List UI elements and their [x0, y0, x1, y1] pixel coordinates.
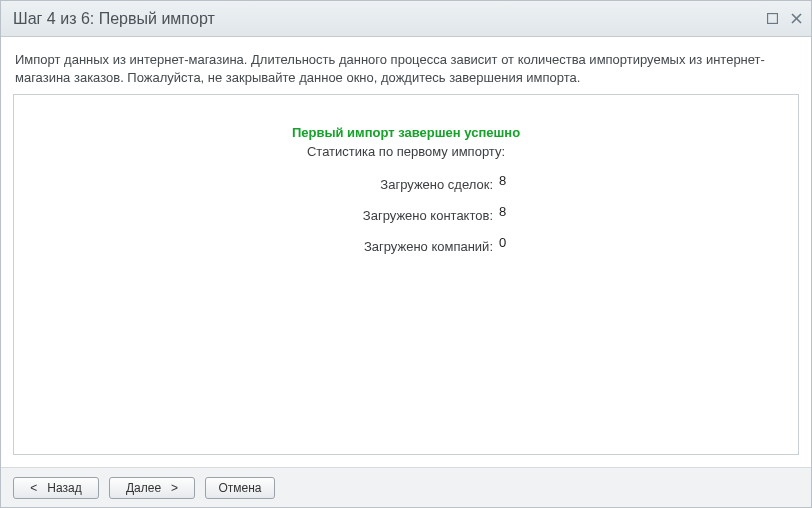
- window-title: Шаг 4 из 6: Первый импорт: [13, 10, 765, 28]
- stats-label-companies: Загружено компаний:: [273, 239, 493, 254]
- stats-label-contacts: Загружено контактов:: [273, 208, 493, 223]
- stats-title: Статистика по первому импорту:: [307, 144, 505, 159]
- stats-row-contacts: Загружено контактов: 8: [273, 208, 539, 223]
- titlebar: Шаг 4 из 6: Первый импорт: [1, 1, 811, 37]
- back-button[interactable]: < Назад: [13, 477, 99, 499]
- stats-table: Загружено сделок: 8 Загружено контактов:…: [273, 169, 539, 270]
- stats-label-deals: Загружено сделок:: [273, 177, 493, 192]
- wizard-window: Шаг 4 из 6: Первый импорт Импорт данных …: [0, 0, 812, 508]
- stats-row-deals: Загружено сделок: 8: [273, 177, 539, 192]
- description-text: Импорт данных из интернет-магазина. Длит…: [13, 49, 799, 94]
- maximize-icon[interactable]: [765, 12, 779, 26]
- window-controls: [765, 12, 803, 26]
- status-success: Первый импорт завершен успешно: [292, 125, 520, 140]
- next-button[interactable]: Далее >: [109, 477, 195, 499]
- close-icon[interactable]: [789, 12, 803, 26]
- button-bar: < Назад Далее > Отмена: [1, 467, 811, 507]
- content-panel: Первый импорт завершен успешно Статистик…: [13, 94, 799, 455]
- stats-row-companies: Загружено компаний: 0: [273, 239, 539, 254]
- svg-rect-0: [767, 14, 777, 24]
- wizard-body: Импорт данных из интернет-магазина. Длит…: [1, 37, 811, 467]
- cancel-button[interactable]: Отмена: [205, 477, 275, 499]
- stats-value-companies: 0: [493, 235, 539, 250]
- stats-value-deals: 8: [493, 173, 539, 188]
- stats-value-contacts: 8: [493, 204, 539, 219]
